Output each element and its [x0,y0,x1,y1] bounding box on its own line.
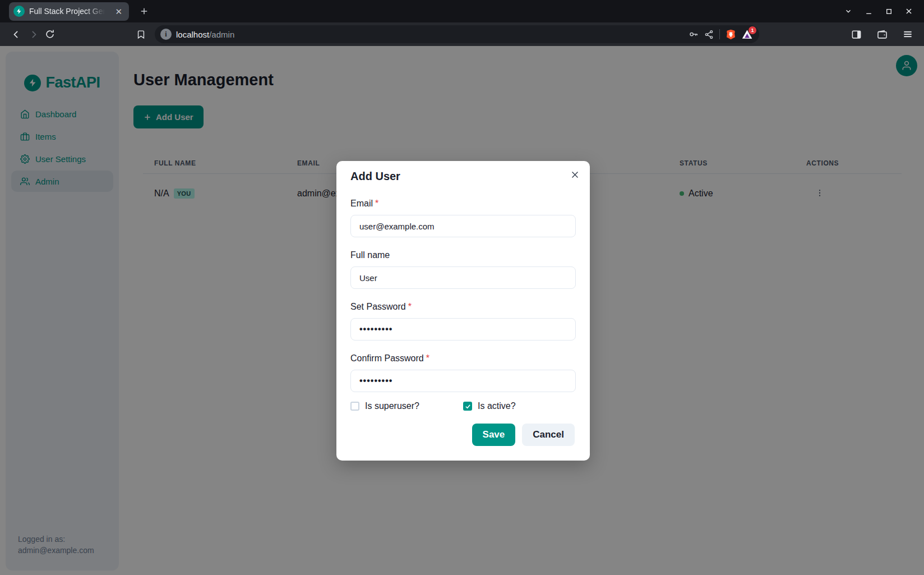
fastapi-favicon-icon [13,6,25,17]
full-name-field-group: Full name [350,249,576,289]
url-bar[interactable]: i localhost/admin 1 [155,25,759,43]
full-name-field[interactable] [350,266,576,289]
is-superuser-checkbox[interactable]: Is superuser? [350,401,463,411]
modal-footer: Save Cancel [336,411,590,461]
brave-rewards-bat-icon[interactable]: 1 [742,29,752,40]
wallet-icon[interactable] [874,26,890,43]
url-text: localhost/admin [176,30,684,39]
is-superuser-label: Is superuser? [365,401,419,411]
tab-close-icon[interactable]: ✕ [113,6,124,17]
tab-search-chevron-icon[interactable] [841,4,856,19]
set-password-label: Set Password* [350,300,576,314]
confirm-password-field-group: Confirm Password* [350,352,576,392]
forward-button[interactable] [25,26,41,43]
url-path: /admin [209,30,234,39]
window-maximize-button[interactable] [881,4,896,19]
modal-body: Email* Full name Set Password* Confirm P… [336,189,590,411]
full-name-label: Full name [350,249,576,262]
cancel-button[interactable]: Cancel [522,424,575,446]
checkbox-icon[interactable] [350,402,359,411]
modal-header: Add User [336,161,590,189]
reload-button[interactable] [41,26,58,43]
is-active-checkbox[interactable]: Is active? [463,401,576,411]
share-icon[interactable] [704,30,714,39]
browser-tab[interactable]: Full Stack Project Genera ✕ [9,2,129,21]
confirm-password-label: Confirm Password* [350,352,576,365]
sidebar-toggle-icon[interactable] [848,26,865,43]
required-asterisk: * [375,199,378,208]
url-host: localhost [176,30,209,39]
modal-title: Add User [350,169,576,183]
confirm-password-field[interactable] [350,370,576,392]
new-tab-button[interactable] [139,6,149,16]
back-button[interactable] [8,26,25,43]
browser-toolbar: i localhost/admin 1 [0,22,924,46]
save-button[interactable]: Save [472,424,516,446]
set-password-field[interactable] [350,318,576,341]
is-active-label: Is active? [478,401,516,411]
window-minimize-button[interactable] [861,4,876,19]
rewards-badge: 1 [749,26,756,34]
required-asterisk: * [426,353,429,363]
window-close-button[interactable] [902,4,916,19]
brave-shield-icon[interactable] [726,29,736,40]
add-user-modal: Add User Email* Full name Set Password* … [336,161,590,461]
checkbox-icon[interactable] [463,402,472,411]
email-field-group: Email* [350,197,576,237]
toolbar-divider [719,29,720,39]
close-icon[interactable] [568,168,582,182]
bookmark-icon[interactable] [132,26,149,43]
password-key-icon[interactable] [689,29,699,39]
required-asterisk: * [408,302,412,311]
email-label: Email* [350,197,576,210]
set-password-field-group: Set Password* [350,300,576,341]
site-info-icon[interactable]: i [160,29,172,40]
checkbox-row: Is superuser? Is active? [350,401,576,411]
browser-tab-strip: Full Stack Project Genera ✕ [0,0,924,22]
email-field[interactable] [350,215,576,237]
menu-hamburger-icon[interactable] [899,26,916,43]
tab-title: Full Stack Project Genera [29,7,108,16]
